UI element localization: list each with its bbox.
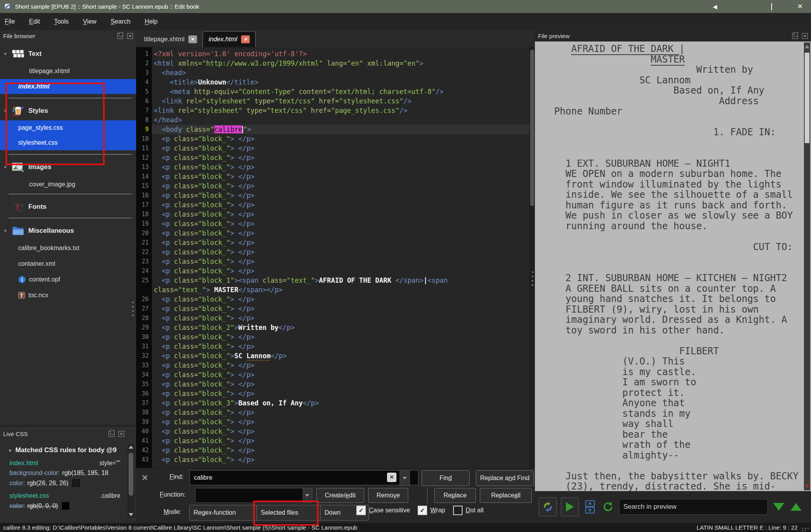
refresh-icon[interactable] <box>601 498 615 516</box>
code-line[interactable]: 5 <meta http-equiv="Content-Type" conten… <box>136 87 535 96</box>
code-line[interactable]: 38 <p class="block_"> </p> <box>136 408 535 417</box>
code-editor[interactable]: 1<?xml version='1.0' encoding='utf-8'?>2… <box>136 47 535 468</box>
code-line[interactable]: 27 <p class="block_"> </p> <box>136 304 535 313</box>
code-line[interactable]: 33 <p class="block_"> </p> <box>136 361 535 370</box>
close-tab-icon[interactable]: ✕ <box>188 35 197 43</box>
scroll-up-icon[interactable] <box>805 45 809 48</box>
matched-rules-heading[interactable]: ▼Matched CSS rules for body @9 <box>8 446 134 454</box>
section-text[interactable]: ▼Text <box>0 47 136 61</box>
replace-and-find-button[interactable]: Replace and Find <box>476 470 534 486</box>
expand-arrow-icon[interactable]: ▼ <box>3 165 11 169</box>
close-panel-icon[interactable] <box>127 33 133 39</box>
code-line[interactable]: 34 <p class="block_"> </p> <box>136 370 535 379</box>
code-line[interactable]: 41 <p class="block_"> </p> <box>136 436 535 445</box>
code-line[interactable]: 39 <p class="block_"> </p> <box>136 417 535 427</box>
close-search-icon[interactable]: ✕ <box>142 473 148 482</box>
code-line[interactable]: 21 <p class="block_"> </p> <box>136 238 535 247</box>
preview-scrollbar[interactable] <box>804 42 810 490</box>
section-styles[interactable]: ▼Styles <box>0 104 136 118</box>
code-line[interactable]: 7<link rel="stylesheet" type="text/css" … <box>136 106 535 115</box>
tree-item-index.html[interactable]: index.html <box>0 79 136 94</box>
menu-view[interactable]: View <box>83 18 96 25</box>
tree-item-calibre_bookmarks.txt[interactable]: calibre_bookmarks.txt <box>0 243 136 254</box>
code-line[interactable]: 9 <body class="calibre"> <box>136 125 535 134</box>
float-panel-icon[interactable] <box>792 33 798 39</box>
function-select[interactable] <box>195 488 312 503</box>
code-line[interactable]: 4 <title>Unknown</title> <box>136 77 535 87</box>
find-input[interactable] <box>190 470 418 485</box>
checkbox-wrap[interactable]: ✓Wrap <box>418 506 445 515</box>
tree-item-stylesheet.css[interactable]: stylesheet.css <box>0 135 136 150</box>
live-css-scrollbar[interactable] <box>127 444 135 518</box>
code-line[interactable]: 11 <p class="block_"> </p> <box>136 144 535 153</box>
close-panel-icon[interactable] <box>118 431 124 437</box>
tree-item-titlepage.xhtml[interactable]: titlepage.xhtml <box>0 66 136 77</box>
code-line[interactable]: 2<html xmlns="http://www.w3.org/1999/xht… <box>136 59 535 68</box>
float-panel-icon[interactable] <box>109 431 114 437</box>
tab-titlepage.xhtml[interactable]: titlepage.xhtml✕ <box>138 31 203 47</box>
code-line[interactable]: 15 <p class="block_"> </p> <box>136 181 535 191</box>
code-line[interactable]: 30 <p class="block_"> </p> <box>136 332 535 342</box>
code-line[interactable]: 42 <p class="block_"> </p> <box>136 445 535 455</box>
code-line[interactable]: 19 <p class="block_"> </p> <box>136 219 535 228</box>
tree-item-toc.ncx[interactable]: Ttoc.ncx <box>0 290 136 301</box>
code-line[interactable]: 8</head> <box>136 115 535 125</box>
checkbox-case-sensitive[interactable]: ✓Case sensitive <box>356 506 410 515</box>
create-edit-button[interactable]: Create/edit <box>316 488 364 503</box>
expand-arrow-icon[interactable]: ▼ <box>3 228 11 233</box>
section-miscellaneous[interactable]: ▼Miscellaneous <box>0 224 136 238</box>
code-line[interactable]: 10 <p class="block_"> </p> <box>136 134 535 144</box>
code-line[interactable]: 29 <p class="block_2">Written by</p> <box>136 323 535 332</box>
code-line[interactable]: 13 <p class="block_"> </p> <box>136 162 535 172</box>
mode-select[interactable]: Regex-function <box>189 505 265 521</box>
editor-scrollbar[interactable] <box>529 47 535 468</box>
resize-grip[interactable] <box>802 528 809 531</box>
back-arrow-icon[interactable]: ◀ <box>711 4 719 10</box>
preview-content[interactable]: AFRAID OF THE DARK |MASTERWritten bySC L… <box>535 41 811 491</box>
code-line[interactable]: 12 <p class="block_"> </p> <box>136 153 535 162</box>
code-line[interactable]: 22 <p class="block_"> </p> <box>136 247 535 257</box>
next-match-icon[interactable] <box>773 503 784 511</box>
code-line[interactable]: 36 <p class="block_"> </p> <box>136 389 535 398</box>
code-line[interactable]: 37 <p class="block_3">Based on, If Any</… <box>136 398 535 408</box>
code-line[interactable]: 43 <p class="block_"> </p> <box>136 455 535 464</box>
tree-item-cover_image.jpg[interactable]: cover_image.jpg <box>0 179 136 190</box>
expand-arrow-icon[interactable]: ▼ <box>3 52 11 56</box>
split-doc-icon[interactable] <box>583 498 597 516</box>
close-panel-icon[interactable] <box>802 33 808 39</box>
code-line[interactable]: 3 <head> <box>136 68 535 77</box>
code-line[interactable]: 20 <p class="block_"> </p> <box>136 228 535 238</box>
scroll-down-icon[interactable] <box>129 513 133 516</box>
css-file-link[interactable]: stylesheet.css <box>9 492 49 499</box>
checkbox-dot-all[interactable]: Dot all <box>453 506 483 515</box>
code-line[interactable]: 24 <p class="block_"> </p> <box>136 266 535 276</box>
css-file-link[interactable]: index.html <box>9 460 38 467</box>
code-line[interactable]: 35 <p class="block_"> </p> <box>136 379 535 389</box>
close-tab-icon[interactable]: ✕ <box>241 35 250 43</box>
code-line[interactable]: 28 <p class="block_"> </p> <box>136 313 535 323</box>
code-line[interactable]: 18 <p class="block_"> </p> <box>136 210 535 219</box>
scroll-up-icon[interactable] <box>129 445 133 449</box>
find-button[interactable]: Find <box>422 470 470 486</box>
tab-index.html[interactable]: index.html✕ <box>203 31 256 47</box>
code-line[interactable]: 32 <p class="block_">SC Lannom</p> <box>136 351 535 361</box>
previous-match-icon[interactable] <box>791 503 802 511</box>
replace-all-button[interactable]: Replace all <box>480 488 532 503</box>
code-line[interactable]: 16 <p class="block_"> </p> <box>136 191 535 200</box>
menu-search[interactable]: Search <box>111 18 131 25</box>
menu-help[interactable]: Help <box>145 18 158 25</box>
code-line[interactable]: 1<?xml version='1.0' encoding='utf-8'?> <box>136 49 535 59</box>
code-line[interactable]: 40 <p class="block_"> </p> <box>136 427 535 436</box>
code-line[interactable]: 6 <link rel="stylesheet" type="text/css"… <box>136 96 535 106</box>
find-history-dropdown[interactable] <box>400 470 410 486</box>
close-icon[interactable]: ✕ <box>796 2 804 11</box>
play-icon[interactable] <box>561 497 579 516</box>
tree-item-page_styles.css[interactable]: page_styles.css <box>0 120 136 135</box>
splitter-handle[interactable] <box>132 302 134 316</box>
menu-edit[interactable]: Edit <box>29 18 40 25</box>
scope-select[interactable]: Selected files <box>256 505 328 521</box>
clear-search-icon[interactable]: ✕ <box>387 473 396 482</box>
code-line[interactable]: 23 <p class="block_"> </p> <box>136 257 535 266</box>
float-panel-icon[interactable] <box>117 33 123 39</box>
code-line[interactable]: 25 <p class="block_1"><span class="text_… <box>136 276 535 285</box>
